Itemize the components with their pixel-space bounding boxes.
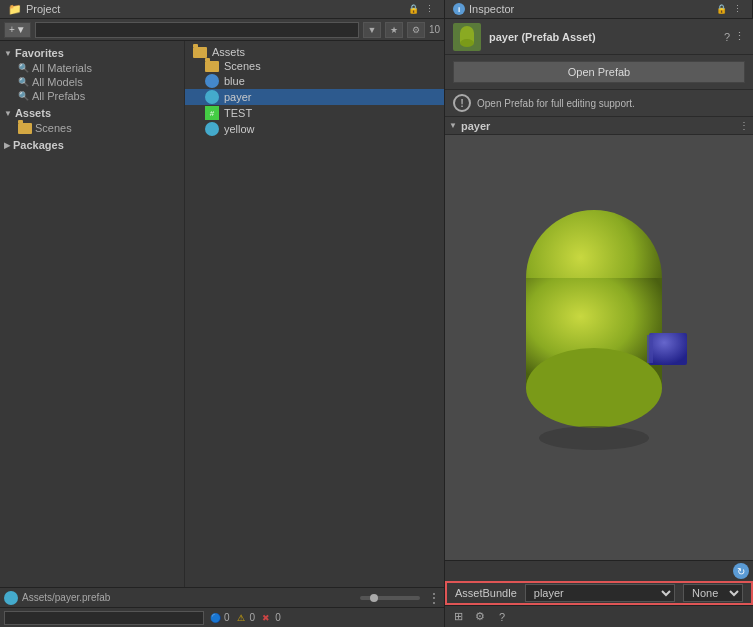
inspector-tab[interactable]: i Inspector 🔒 ⋮ [445,0,753,18]
console-search-input[interactable] [4,611,204,625]
path-label: Assets/payer.prefab [22,592,110,603]
inspector-lock-icon[interactable]: 🔒 [714,2,728,16]
open-prefab-button[interactable]: Open Prefab [453,61,745,83]
yellow-file-label: yellow [224,123,255,135]
console-area: 🔵 0 ⚠ 0 ✖ 0 [0,607,444,627]
inspector-menu-icon[interactable]: ⋮ [730,2,744,16]
zoom-slider[interactable] [360,596,420,600]
warning-badge: ⚠ 0 [234,611,256,625]
error-count: 0 [275,612,281,623]
assets-folder-icon [193,47,207,58]
search-icon-sm3: 🔍 [18,91,29,101]
tree-item-all-materials[interactable]: 🔍 All Materials [0,61,184,75]
file-panel: Assets Scenes blue payer # TEST [185,41,444,587]
layers-icon[interactable]: ⊞ [449,608,467,626]
file-item-yellow[interactable]: yellow [185,121,444,137]
favorites-header[interactable]: ▼ Favorites [0,45,184,61]
payer-prefab-icon [205,90,219,104]
blue-prefab-icon [205,74,219,88]
warning-banner: ! Open Prefab for full editing support. [445,90,753,117]
add-chevron-icon: ▼ [16,24,26,35]
add-icon: + [9,24,15,35]
assets-header[interactable]: ▼ Assets [0,105,184,121]
filter-icon[interactable]: ▼ [363,22,381,38]
search-input[interactable] [35,22,359,38]
section-label: payer [461,120,490,132]
project-panel: + ▼ ▼ ★ ⚙ 10 ▼ Favorites 🔍 [0,19,445,627]
favorites-arrow-icon: ▼ [4,49,12,58]
asset-bundle-row: AssetBundle player None [445,581,753,605]
asset-bundle-select[interactable]: player [525,584,675,602]
inspector-menu-btn[interactable]: ⋮ [734,30,745,43]
asset-bundle-variant-select[interactable]: None [683,584,743,602]
help-icon[interactable]: ? [493,608,511,626]
layout-icon[interactable]: ⚙ [407,22,425,38]
inspector-question-icon[interactable]: ? [724,31,730,43]
yellow-prefab-icon [205,122,219,136]
inspector-panel: payer (Prefab Asset) ? ⋮ Open Prefab ! O… [445,19,753,627]
tree-item-scenes[interactable]: Scenes [0,121,184,135]
favorites-label: Favorites [15,47,64,59]
tree-panel: ▼ Favorites 🔍 All Materials 🔍 All Models… [0,41,185,587]
project-path-bar: Assets/payer.prefab ⋮ [0,587,444,607]
project-tab-label: Project [26,3,60,15]
open-prefab-label: Open Prefab [568,66,630,78]
payer-section-header[interactable]: ▼ payer ⋮ [445,117,753,135]
test-script-icon: # [205,106,219,120]
folder-icon: 📁 [8,3,22,16]
error-badge-icon: ✖ [259,611,273,625]
section-menu-icon[interactable]: ⋮ [739,120,749,131]
file-item-payer[interactable]: payer [185,89,444,105]
tree-item-all-prefabs[interactable]: 🔍 All Prefabs [0,89,184,103]
scenes-file-label: Scenes [224,60,261,72]
assets-arrow-icon: ▼ [4,109,12,118]
add-button[interactable]: + ▼ [4,22,31,38]
project-tab[interactable]: 📁 Project 🔒 ⋮ [0,0,445,18]
refresh-button[interactable]: ↻ [733,563,749,579]
project-menu-icon[interactable]: ⋮ [422,2,436,16]
warning-badge-icon: ⚠ [234,611,248,625]
3d-preview-svg [489,178,709,518]
warning-text: Open Prefab for full editing support. [477,98,635,109]
file-assets-header: Assets [185,45,444,59]
item-count: 10 [429,24,440,35]
asset-bundle-label: AssetBundle [455,587,517,599]
settings-icon[interactable]: ⚙ [471,608,489,626]
info-badge: 🔵 0 [208,611,230,625]
project-path-options-icon[interactable]: ⋮ [428,591,440,605]
scenes-label: Scenes [35,122,72,134]
scenes-file-folder-icon [205,61,219,72]
blue-file-label: blue [224,75,245,87]
tree-item-all-models[interactable]: 🔍 All Models [0,75,184,89]
assets-files-label: Assets [212,46,245,58]
file-item-blue[interactable]: blue [185,73,444,89]
all-materials-label: All Materials [32,62,92,74]
search-icon-sm: 🔍 [18,63,29,73]
open-prefab-section: Open Prefab [445,55,753,90]
warning-icon: ! [453,94,471,112]
path-prefab-icon [4,591,18,605]
project-lock-icon[interactable]: 🔒 [406,2,420,16]
file-item-scenes[interactable]: Scenes [185,59,444,73]
test-file-label: TEST [224,107,252,119]
preview-area[interactable] [445,135,753,560]
file-item-test[interactable]: # TEST [185,105,444,121]
svg-rect-6 [649,333,687,365]
svg-point-8 [539,426,649,450]
favorites-section: ▼ Favorites 🔍 All Materials 🔍 All Models… [0,45,184,103]
prefab-name-label: payer (Prefab Asset) [489,31,596,43]
all-models-label: All Models [32,76,83,88]
assets-label: Assets [15,107,51,119]
prefab-thumbnail [453,23,481,51]
svg-point-2 [460,39,474,47]
search-icon-sm2: 🔍 [18,77,29,87]
packages-header[interactable]: ▶ Packages [0,137,184,153]
section-arrow-icon: ▼ [449,121,457,130]
error-badge: ✖ 0 [259,611,281,625]
inspector-header: payer (Prefab Asset) ? ⋮ [445,19,753,55]
refresh-btn-area: ↻ [445,561,753,581]
console-icons: 🔵 0 ⚠ 0 ✖ 0 [208,611,281,625]
favorite-icon[interactable]: ★ [385,22,403,38]
info-badge-icon: 🔵 [208,611,222,625]
svg-point-5 [526,348,662,428]
